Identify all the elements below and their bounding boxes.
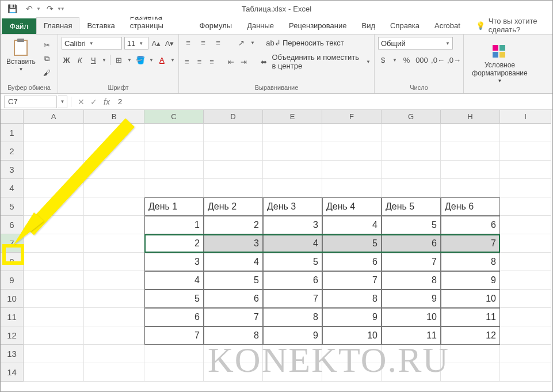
number-format-select[interactable]: Общий▼ (378, 37, 453, 50)
underline-button[interactable]: Ч (89, 54, 98, 66)
cell-H6[interactable]: 6 (441, 216, 500, 234)
row-header-6[interactable]: 6 (1, 216, 24, 234)
cell-H7[interactable]: 7 (441, 234, 500, 253)
cell-H1[interactable] (441, 124, 500, 142)
cell-H14[interactable] (441, 363, 500, 382)
tab-formulas[interactable]: Формулы (192, 17, 240, 34)
cell-A14[interactable] (24, 363, 84, 382)
tab-file[interactable]: Файл (2, 18, 36, 34)
cell-E12[interactable]: 9 (263, 326, 322, 345)
cell-A6[interactable] (24, 216, 84, 234)
cell-G9[interactable]: 8 (382, 271, 441, 290)
merge-icon[interactable]: ⬌ (260, 56, 269, 67)
name-box[interactable]: C7 (4, 96, 57, 108)
cell-F3[interactable] (322, 161, 382, 179)
cell-F12[interactable]: 10 (322, 326, 382, 345)
cell-E8[interactable]: 5 (263, 253, 322, 271)
increase-decimal-icon[interactable]: ,0← (432, 54, 444, 66)
cell-C14[interactable] (144, 363, 204, 382)
cell-F13[interactable] (322, 345, 382, 363)
cell-C5[interactable]: День 1 (144, 197, 204, 216)
align-middle-icon[interactable]: ≡ (197, 37, 209, 48)
cell-H10[interactable]: 10 (441, 290, 500, 308)
cell-A2[interactable] (24, 142, 84, 161)
formula-input[interactable]: 2 (113, 96, 552, 108)
qat-customize-icon[interactable]: ▼ (60, 6, 65, 12)
cell-I13[interactable] (500, 345, 551, 363)
cell-H3[interactable] (441, 161, 500, 179)
col-header-G[interactable]: G (382, 110, 441, 124)
confirm-icon[interactable]: ✓ (87, 97, 100, 106)
cell-H9[interactable]: 9 (441, 271, 500, 290)
cell-D7[interactable]: 3 (204, 234, 263, 253)
cell-G6[interactable]: 5 (382, 216, 441, 234)
cell-I1[interactable] (500, 124, 551, 142)
cell-A5[interactable] (24, 197, 84, 216)
cell-B10[interactable] (84, 290, 144, 308)
cut-icon[interactable]: ✂ (41, 39, 53, 51)
col-header-E[interactable]: E (263, 110, 322, 124)
cell-I12[interactable] (500, 326, 551, 345)
cell-I7[interactable] (500, 234, 551, 253)
align-center-icon[interactable]: ≡ (195, 56, 204, 67)
cell-E5[interactable]: День 3 (263, 197, 322, 216)
cell-B4[interactable] (84, 179, 144, 197)
row-header-9[interactable]: 9 (1, 271, 24, 290)
cell-C13[interactable] (144, 345, 204, 363)
cell-H8[interactable]: 8 (441, 253, 500, 271)
row-header-2[interactable]: 2 (1, 142, 24, 161)
cell-E9[interactable]: 6 (263, 271, 322, 290)
cell-D14[interactable] (204, 363, 263, 382)
cell-A11[interactable] (24, 308, 84, 326)
wrap-text-icon[interactable]: ab↲ (268, 37, 279, 48)
col-header-A[interactable]: A (24, 110, 84, 124)
fx-icon[interactable]: fx (104, 97, 110, 106)
increase-indent-icon[interactable]: ⇥ (239, 56, 249, 67)
cell-E2[interactable] (263, 142, 322, 161)
cell-B14[interactable] (84, 363, 144, 382)
align-bottom-icon[interactable]: ≡ (212, 37, 224, 48)
font-size-select[interactable]: 11▼ (124, 37, 148, 50)
tab-help[interactable]: Справка (383, 17, 427, 34)
row-header-7[interactable]: 7 (1, 234, 24, 253)
cell-E1[interactable] (263, 124, 322, 142)
row-header-12[interactable]: 12 (1, 326, 24, 345)
cell-H5[interactable]: День 6 (441, 197, 500, 216)
cell-H13[interactable] (441, 345, 500, 363)
cell-B9[interactable] (84, 271, 144, 290)
cell-D8[interactable]: 4 (204, 253, 263, 271)
tab-view[interactable]: Вид (354, 17, 383, 34)
cancel-icon[interactable]: ✕ (75, 97, 87, 106)
cell-D5[interactable]: День 2 (204, 197, 263, 216)
cell-I9[interactable] (500, 271, 551, 290)
cell-D4[interactable] (204, 179, 263, 197)
cell-D10[interactable]: 6 (204, 290, 263, 308)
cell-F10[interactable]: 8 (322, 290, 382, 308)
cell-A8[interactable] (24, 253, 84, 271)
redo-icon[interactable]: ↷ (42, 2, 58, 16)
cell-A3[interactable] (24, 161, 84, 179)
format-painter-icon[interactable]: 🖌 (41, 67, 53, 78)
decrease-font-icon[interactable]: A▾ (164, 37, 175, 49)
cell-G3[interactable] (382, 161, 441, 179)
cell-B13[interactable] (84, 345, 144, 363)
cell-I5[interactable] (500, 197, 551, 216)
cell-G13[interactable] (382, 345, 441, 363)
row-header-11[interactable]: 11 (1, 308, 24, 326)
row-header-3[interactable]: 3 (1, 161, 24, 179)
cell-A12[interactable] (24, 326, 84, 345)
spreadsheet-grid[interactable]: ABCDEFGHI 1234567891011121314 День 1День… (1, 110, 552, 392)
decrease-decimal-icon[interactable]: ,0→ (448, 54, 460, 66)
cell-C8[interactable]: 3 (144, 253, 204, 271)
cell-G2[interactable] (382, 142, 441, 161)
cell-C6[interactable]: 1 (144, 216, 204, 234)
cell-F7[interactable]: 5 (322, 234, 382, 253)
cell-B1[interactable] (84, 124, 144, 142)
cell-F1[interactable] (322, 124, 382, 142)
row-header-13[interactable]: 13 (1, 345, 24, 363)
cell-C3[interactable] (144, 161, 204, 179)
percent-icon[interactable]: % (402, 54, 411, 66)
cell-F6[interactable]: 4 (322, 216, 382, 234)
cell-C7[interactable]: 2 (144, 234, 204, 253)
row-header-8[interactable]: 8 (1, 253, 24, 271)
